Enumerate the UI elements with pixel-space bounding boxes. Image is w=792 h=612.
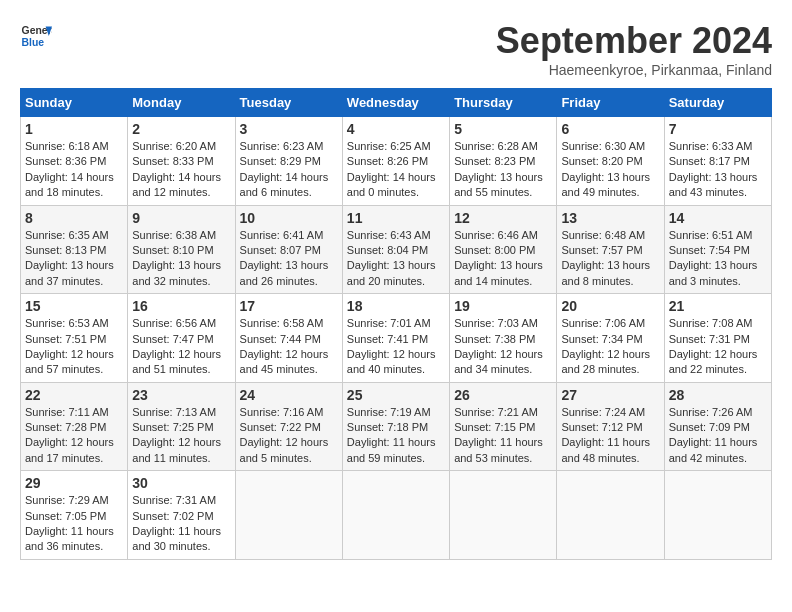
day-number: 2 (132, 121, 230, 137)
calendar-cell: 17Sunrise: 6:58 AM Sunset: 7:44 PM Dayli… (235, 294, 342, 383)
day-info: Sunrise: 7:31 AM Sunset: 7:02 PM Dayligh… (132, 493, 230, 555)
calendar-cell: 28Sunrise: 7:26 AM Sunset: 7:09 PM Dayli… (664, 382, 771, 471)
day-info: Sunrise: 6:30 AM Sunset: 8:20 PM Dayligh… (561, 139, 659, 201)
day-number: 29 (25, 475, 123, 491)
calendar-week-row: 1Sunrise: 6:18 AM Sunset: 8:36 PM Daylig… (21, 117, 772, 206)
day-number: 6 (561, 121, 659, 137)
weekday-header-friday: Friday (557, 89, 664, 117)
calendar-cell: 3Sunrise: 6:23 AM Sunset: 8:29 PM Daylig… (235, 117, 342, 206)
day-number: 1 (25, 121, 123, 137)
day-info: Sunrise: 6:28 AM Sunset: 8:23 PM Dayligh… (454, 139, 552, 201)
calendar-cell: 13Sunrise: 6:48 AM Sunset: 7:57 PM Dayli… (557, 205, 664, 294)
day-number: 21 (669, 298, 767, 314)
calendar-cell: 19Sunrise: 7:03 AM Sunset: 7:38 PM Dayli… (450, 294, 557, 383)
day-info: Sunrise: 6:23 AM Sunset: 8:29 PM Dayligh… (240, 139, 338, 201)
day-number: 7 (669, 121, 767, 137)
calendar-week-row: 8Sunrise: 6:35 AM Sunset: 8:13 PM Daylig… (21, 205, 772, 294)
weekday-header-tuesday: Tuesday (235, 89, 342, 117)
calendar-week-row: 15Sunrise: 6:53 AM Sunset: 7:51 PM Dayli… (21, 294, 772, 383)
day-info: Sunrise: 7:29 AM Sunset: 7:05 PM Dayligh… (25, 493, 123, 555)
calendar-cell: 21Sunrise: 7:08 AM Sunset: 7:31 PM Dayli… (664, 294, 771, 383)
calendar-cell: 1Sunrise: 6:18 AM Sunset: 8:36 PM Daylig… (21, 117, 128, 206)
day-info: Sunrise: 6:33 AM Sunset: 8:17 PM Dayligh… (669, 139, 767, 201)
day-number: 25 (347, 387, 445, 403)
calendar-cell: 20Sunrise: 7:06 AM Sunset: 7:34 PM Dayli… (557, 294, 664, 383)
day-number: 16 (132, 298, 230, 314)
day-info: Sunrise: 7:08 AM Sunset: 7:31 PM Dayligh… (669, 316, 767, 378)
day-number: 11 (347, 210, 445, 226)
day-number: 22 (25, 387, 123, 403)
day-number: 13 (561, 210, 659, 226)
day-info: Sunrise: 6:20 AM Sunset: 8:33 PM Dayligh… (132, 139, 230, 201)
calendar-cell (664, 471, 771, 560)
title-block: September 2024 Haemeenkyroe, Pirkanmaa, … (496, 20, 772, 78)
day-number: 9 (132, 210, 230, 226)
day-info: Sunrise: 6:46 AM Sunset: 8:00 PM Dayligh… (454, 228, 552, 290)
calendar-cell: 4Sunrise: 6:25 AM Sunset: 8:26 PM Daylig… (342, 117, 449, 206)
day-number: 24 (240, 387, 338, 403)
day-number: 17 (240, 298, 338, 314)
day-info: Sunrise: 7:03 AM Sunset: 7:38 PM Dayligh… (454, 316, 552, 378)
calendar-cell: 2Sunrise: 6:20 AM Sunset: 8:33 PM Daylig… (128, 117, 235, 206)
day-info: Sunrise: 7:11 AM Sunset: 7:28 PM Dayligh… (25, 405, 123, 467)
day-info: Sunrise: 6:38 AM Sunset: 8:10 PM Dayligh… (132, 228, 230, 290)
calendar-cell (342, 471, 449, 560)
calendar-cell: 6Sunrise: 6:30 AM Sunset: 8:20 PM Daylig… (557, 117, 664, 206)
month-title: September 2024 (496, 20, 772, 62)
day-number: 10 (240, 210, 338, 226)
calendar-cell: 18Sunrise: 7:01 AM Sunset: 7:41 PM Dayli… (342, 294, 449, 383)
day-number: 4 (347, 121, 445, 137)
calendar-cell: 9Sunrise: 6:38 AM Sunset: 8:10 PM Daylig… (128, 205, 235, 294)
calendar-cell (557, 471, 664, 560)
calendar-cell: 24Sunrise: 7:16 AM Sunset: 7:22 PM Dayli… (235, 382, 342, 471)
day-info: Sunrise: 7:24 AM Sunset: 7:12 PM Dayligh… (561, 405, 659, 467)
calendar-cell: 7Sunrise: 6:33 AM Sunset: 8:17 PM Daylig… (664, 117, 771, 206)
day-number: 28 (669, 387, 767, 403)
day-info: Sunrise: 6:18 AM Sunset: 8:36 PM Dayligh… (25, 139, 123, 201)
day-info: Sunrise: 6:41 AM Sunset: 8:07 PM Dayligh… (240, 228, 338, 290)
calendar-cell: 14Sunrise: 6:51 AM Sunset: 7:54 PM Dayli… (664, 205, 771, 294)
svg-text:Blue: Blue (22, 37, 45, 48)
day-number: 23 (132, 387, 230, 403)
logo-icon: General Blue (20, 20, 52, 52)
weekday-header-wednesday: Wednesday (342, 89, 449, 117)
day-info: Sunrise: 7:19 AM Sunset: 7:18 PM Dayligh… (347, 405, 445, 467)
day-number: 19 (454, 298, 552, 314)
calendar-cell: 23Sunrise: 7:13 AM Sunset: 7:25 PM Dayli… (128, 382, 235, 471)
day-number: 5 (454, 121, 552, 137)
calendar-cell (235, 471, 342, 560)
weekday-header-sunday: Sunday (21, 89, 128, 117)
day-info: Sunrise: 7:13 AM Sunset: 7:25 PM Dayligh… (132, 405, 230, 467)
location-subtitle: Haemeenkyroe, Pirkanmaa, Finland (496, 62, 772, 78)
day-info: Sunrise: 7:21 AM Sunset: 7:15 PM Dayligh… (454, 405, 552, 467)
day-number: 18 (347, 298, 445, 314)
day-info: Sunrise: 6:51 AM Sunset: 7:54 PM Dayligh… (669, 228, 767, 290)
logo: General Blue (20, 20, 52, 52)
calendar-cell: 5Sunrise: 6:28 AM Sunset: 8:23 PM Daylig… (450, 117, 557, 206)
weekday-header-thursday: Thursday (450, 89, 557, 117)
day-number: 30 (132, 475, 230, 491)
calendar-week-row: 29Sunrise: 7:29 AM Sunset: 7:05 PM Dayli… (21, 471, 772, 560)
calendar-cell: 26Sunrise: 7:21 AM Sunset: 7:15 PM Dayli… (450, 382, 557, 471)
calendar-cell: 30Sunrise: 7:31 AM Sunset: 7:02 PM Dayli… (128, 471, 235, 560)
calendar-cell: 25Sunrise: 7:19 AM Sunset: 7:18 PM Dayli… (342, 382, 449, 471)
calendar-week-row: 22Sunrise: 7:11 AM Sunset: 7:28 PM Dayli… (21, 382, 772, 471)
calendar-cell: 12Sunrise: 6:46 AM Sunset: 8:00 PM Dayli… (450, 205, 557, 294)
day-number: 26 (454, 387, 552, 403)
calendar-cell: 29Sunrise: 7:29 AM Sunset: 7:05 PM Dayli… (21, 471, 128, 560)
day-info: Sunrise: 7:06 AM Sunset: 7:34 PM Dayligh… (561, 316, 659, 378)
weekday-header-monday: Monday (128, 89, 235, 117)
page-header: General Blue September 2024 Haemeenkyroe… (20, 20, 772, 78)
day-info: Sunrise: 6:35 AM Sunset: 8:13 PM Dayligh… (25, 228, 123, 290)
day-info: Sunrise: 6:58 AM Sunset: 7:44 PM Dayligh… (240, 316, 338, 378)
day-number: 3 (240, 121, 338, 137)
weekday-header-saturday: Saturday (664, 89, 771, 117)
day-number: 12 (454, 210, 552, 226)
calendar-cell: 10Sunrise: 6:41 AM Sunset: 8:07 PM Dayli… (235, 205, 342, 294)
day-info: Sunrise: 7:16 AM Sunset: 7:22 PM Dayligh… (240, 405, 338, 467)
day-number: 27 (561, 387, 659, 403)
calendar-cell: 11Sunrise: 6:43 AM Sunset: 8:04 PM Dayli… (342, 205, 449, 294)
calendar-cell: 16Sunrise: 6:56 AM Sunset: 7:47 PM Dayli… (128, 294, 235, 383)
day-info: Sunrise: 6:56 AM Sunset: 7:47 PM Dayligh… (132, 316, 230, 378)
day-info: Sunrise: 6:43 AM Sunset: 8:04 PM Dayligh… (347, 228, 445, 290)
